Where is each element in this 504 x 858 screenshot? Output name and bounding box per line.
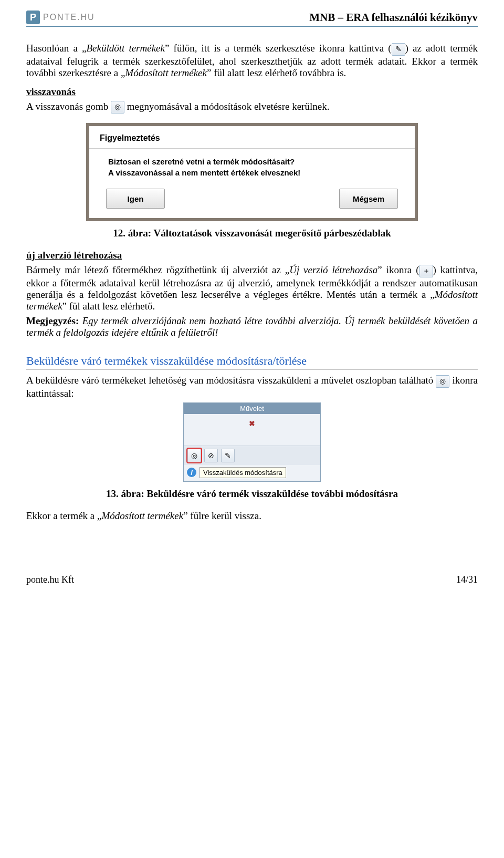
dialog-title: Figyelmeztetés (89, 126, 415, 145)
logo: P PONTE.HU (26, 11, 95, 24)
return-icon: ◎ (436, 375, 449, 388)
note-paragraph: Megjegyzés: Egy termék alverziójának nem… (26, 315, 478, 338)
delete-icon[interactable]: ✖ (249, 419, 255, 428)
paragraph-bekuldesre: A beküldésre váró termékeket lehetőség v… (26, 375, 478, 399)
figure-12-caption: 12. ábra: Változtatások visszavonását me… (26, 228, 478, 239)
section-heading-uj-alverzio: új alverzió létrehozása (26, 250, 478, 261)
tooltip-text: Visszaküldés módosításra (200, 467, 286, 478)
undo-icon: ◎ (111, 101, 124, 113)
edit-toolbar-icon[interactable]: ✎ (221, 449, 235, 462)
dialog-line-1: Biztosan el szeretné vetni a termék módo… (108, 156, 404, 167)
new-version-icon: ＋ (419, 265, 433, 277)
toolbar: ◎ ⊘ ✎ (184, 446, 320, 465)
toolbar-screenshot: Művelet ✖ ◎ ⊘ ✎ i Visszaküldés módosítás… (26, 402, 478, 482)
return-toolbar-icon[interactable]: ◎ (187, 449, 201, 462)
forbid-icon[interactable]: ⊘ (204, 449, 218, 462)
paragraph-visszavonas: A visszavonás gomb ◎ megnyomásával a mód… (26, 101, 478, 114)
page-header: P PONTE.HU MNB – ERA felhasználói kézikö… (26, 11, 478, 27)
dialog-yes-button[interactable]: Igen (106, 189, 165, 209)
dialog-screenshot: Figyelmeztetés Biztosan el szeretné vetn… (26, 123, 478, 221)
edit-icon: ✎ (392, 43, 405, 56)
section-heading-visszavonas: visszavonás (26, 86, 478, 98)
document-title: MNB – ERA felhasználói kézikönyv (309, 11, 478, 24)
section-title-bekuldesre: Beküldésre váró termékek visszaküldése m… (26, 354, 478, 368)
page-footer: ponte.hu Kft 14/31 (26, 574, 478, 585)
dialog-no-button[interactable]: Mégsem (339, 189, 398, 209)
footer-left: ponte.hu Kft (26, 574, 74, 585)
dialog-line-2: A visszavonással a nem mentett értékek e… (108, 167, 404, 178)
paragraph-uj-alverzio: Bármely már létező főtermékhez rögzíthet… (26, 264, 478, 312)
info-icon: i (187, 468, 196, 477)
footer-right: 14/31 (456, 574, 478, 585)
paragraph-final: Ekkor a termék a „Módosított termékek” f… (26, 510, 478, 522)
logo-text: PONTE.HU (43, 13, 95, 22)
logo-mark: P (26, 11, 40, 24)
column-header-muvelet: Művelet (184, 403, 320, 414)
figure-13-caption: 13. ábra: Beküldésre váró termék visszak… (26, 488, 478, 500)
paragraph-1: Hasonlóan a „Beküldött termékek” fülön, … (26, 43, 478, 79)
